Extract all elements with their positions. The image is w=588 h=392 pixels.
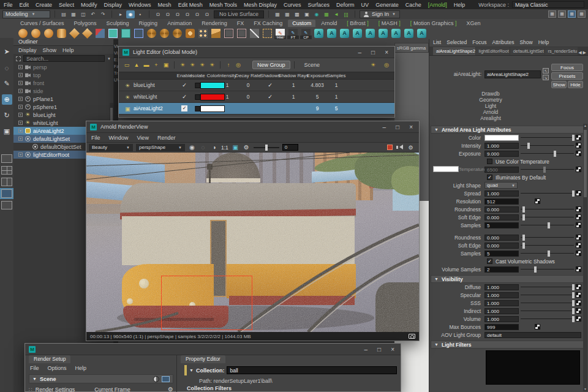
- render-settings-icon[interactable]: ▣: [303, 10, 311, 18]
- tab-scroll-left-icon[interactable]: ◀: [578, 50, 581, 55]
- exposure-value[interactable]: 4.803: [311, 82, 323, 88]
- shelf-tab-rendering[interactable]: Rendering: [197, 20, 232, 27]
- intensity-field[interactable]: 1.000: [484, 143, 519, 149]
- diffuse-field[interactable]: 1.000: [484, 284, 519, 290]
- region-crop-icon[interactable]: ▣: [232, 143, 239, 151]
- shelf-cube-icon[interactable]: [121, 29, 130, 38]
- outliner-item-pPlane1[interactable]: +pPlane1: [13, 95, 113, 103]
- select-hierarchy-icon[interactable]: ▸: [116, 10, 125, 18]
- enable-checkbox[interactable]: ✓: [181, 105, 187, 111]
- map-button-icon[interactable]: [576, 214, 581, 220]
- shelf-arnold-icon[interactable]: A: [404, 29, 413, 38]
- map-button-icon[interactable]: [576, 167, 581, 172]
- light-filters-list[interactable]: [486, 350, 580, 385]
- create-ai-physical-sky-icon[interactable]: ◎: [234, 61, 243, 69]
- volume-slider[interactable]: [521, 316, 574, 322]
- start-ipr-icon[interactable]: ◉: [188, 143, 196, 151]
- renderview-menu-window[interactable]: Window: [109, 135, 129, 141]
- shelf-planes-icon[interactable]: [211, 29, 221, 38]
- maximize-button[interactable]: □: [396, 124, 399, 130]
- create-volume-light-icon[interactable]: ▣: [162, 61, 170, 69]
- menu-help[interactable]: Help: [454, 2, 466, 8]
- map-button-icon[interactable]: [576, 135, 581, 140]
- sign-in-button[interactable]: Sign In ▼: [360, 10, 400, 18]
- soft-edge-slider[interactable]: [521, 243, 574, 249]
- menu-generate[interactable]: Generate: [375, 2, 399, 8]
- shelf-disc-icon[interactable]: [147, 29, 156, 38]
- outliner-item-side[interactable]: +side: [13, 87, 113, 95]
- diffuse-slider[interactable]: [521, 284, 574, 290]
- roundness-field[interactable]: 0.000: [484, 206, 519, 213]
- light-editor-titlebar[interactable]: M Light Editor (Global Mode) – □ ×: [119, 47, 394, 58]
- menu-arnold[interactable]: [Arnold]: [428, 2, 447, 8]
- menu-surfaces[interactable]: Surfaces: [308, 2, 330, 8]
- snap-to-lights-icon[interactable]: ☀: [369, 61, 377, 69]
- shadows-checkbox[interactable]: ✓: [268, 94, 273, 100]
- undo-icon[interactable]: ↶: [89, 10, 97, 18]
- map-button-icon[interactable]: [576, 308, 581, 314]
- shadow-rays-value[interactable]: 1: [292, 94, 295, 100]
- outliner-toggle-icon[interactable]: ▦: [548, 10, 556, 18]
- move-tool[interactable]: ⊕: [2, 94, 12, 105]
- enable-checkbox[interactable]: ✓: [182, 94, 187, 100]
- render-view-icon[interactable]: ▦: [273, 10, 282, 18]
- paint-select-tool[interactable]: ✎: [2, 78, 12, 89]
- paint-effects-icon[interactable]: ▦: [322, 10, 331, 18]
- focus-button[interactable]: Focus: [551, 64, 583, 71]
- rs-menu-file[interactable]: File: [30, 365, 39, 371]
- layout-four-pane-button[interactable]: [1, 166, 12, 175]
- map-button-icon[interactable]: [576, 251, 581, 256]
- minimize-button[interactable]: –: [364, 346, 368, 353]
- map-button-icon[interactable]: [576, 316, 581, 322]
- layout-two-pane-button[interactable]: [1, 178, 12, 186]
- ae-menu-show[interactable]: Show: [519, 39, 532, 45]
- spread-slider[interactable]: [521, 190, 574, 197]
- column-header-intensity[interactable]: Intensity: [218, 73, 236, 78]
- ipr-render-icon[interactable]: ▦: [283, 10, 292, 18]
- render-setup-titlebar[interactable]: M – □ ×: [25, 344, 401, 355]
- list-layout-icon[interactable]: ▦: [578, 10, 586, 18]
- column-header-enable[interactable]: Enable: [177, 73, 192, 78]
- render-setup-tab[interactable]: Render Setup: [29, 355, 70, 363]
- camera-dropdown[interactable]: perspShape▼: [136, 144, 185, 151]
- menu-edit-mesh[interactable]: Edit Mesh: [178, 2, 203, 8]
- map-button-icon[interactable]: [535, 198, 540, 204]
- attribute-editor-scrollbar[interactable]: ▲▼: [583, 124, 587, 391]
- presets-button[interactable]: Presets: [551, 72, 583, 80]
- volume-samples-slider[interactable]: [521, 266, 574, 273]
- roundness-field[interactable]: 0.000: [484, 235, 519, 241]
- shelf-tab-xgen[interactable]: XGen: [462, 20, 484, 27]
- menu-deform[interactable]: Deform: [336, 2, 355, 8]
- shelf-tab-curves-surfaces[interactable]: Curves / Surfaces: [16, 20, 69, 27]
- node-name-field[interactable]: aiAreaLightShape2: [484, 70, 541, 78]
- grid-layout-icon[interactable]: ▦: [568, 10, 576, 18]
- exposure-slider[interactable]: [254, 145, 279, 151]
- ae-menu-selected[interactable]: Selected: [447, 39, 467, 45]
- outliner-item-front[interactable]: +front: [13, 79, 113, 87]
- indirect-slider[interactable]: [521, 308, 574, 314]
- outliner-menu-show[interactable]: Show: [43, 47, 57, 53]
- notifications-icon[interactable]: [396, 145, 403, 150]
- color-swatch[interactable]: [484, 135, 519, 141]
- map-button-icon[interactable]: [576, 292, 581, 298]
- map-button-icon[interactable]: [576, 284, 581, 290]
- render-settings-row[interactable]: ∷ Render Settings Current Frame ⚙: [29, 386, 173, 392]
- shelf-arnold-icon[interactable]: A: [379, 29, 388, 38]
- hypershade-icon[interactable]: ◉: [312, 10, 321, 18]
- search-input[interactable]: Search...: [23, 55, 105, 62]
- sss-slider[interactable]: [521, 300, 574, 306]
- rotate-tool[interactable]: ↻: [2, 110, 12, 121]
- section-visibility[interactable]: ▼ Visibility: [431, 275, 584, 283]
- exposure-value[interactable]: 9: [316, 105, 319, 111]
- map-button-icon[interactable]: [576, 300, 581, 306]
- shelf-tab-fx-caching[interactable]: FX Caching: [249, 20, 287, 27]
- menu-create[interactable]: Create: [36, 2, 52, 8]
- temperature-color-swatch[interactable]: [433, 166, 459, 172]
- samples-value[interactable]: 1: [335, 94, 338, 100]
- snap-grid-icon[interactable]: Ω: [154, 10, 162, 18]
- shelf-ft-icon[interactable]: ✎FT: [288, 29, 298, 38]
- shelf-hist-icon[interactable]: ✎Hist: [276, 29, 285, 38]
- shelf-tab-custom[interactable]: Custom: [288, 20, 315, 27]
- redo-icon[interactable]: ↷: [99, 10, 107, 18]
- aov-dropdown[interactable]: Beauty▼: [89, 144, 133, 151]
